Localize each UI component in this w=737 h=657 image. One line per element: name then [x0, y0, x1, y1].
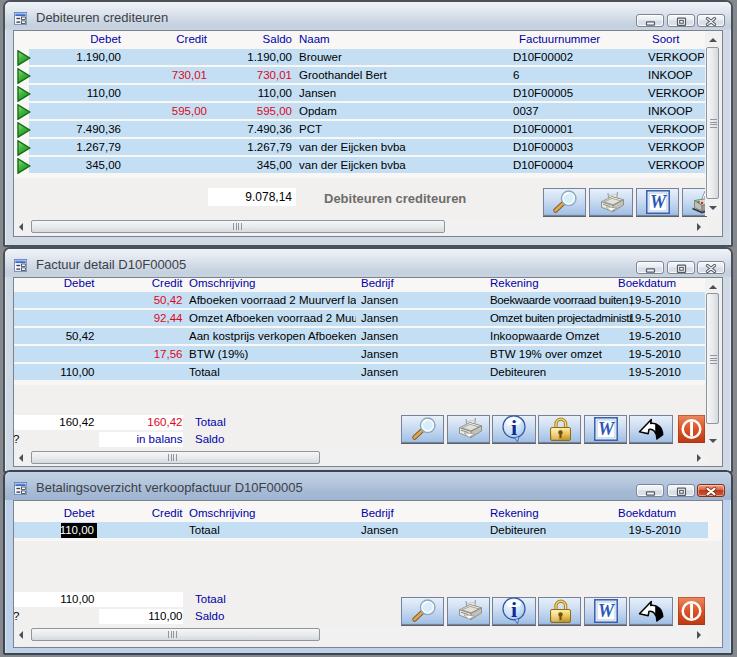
svg-text:i: i: [511, 415, 517, 440]
svg-text:W: W: [598, 601, 616, 621]
svg-text:W: W: [650, 192, 668, 212]
svg-text:i: i: [511, 597, 517, 622]
svg-text:W: W: [598, 419, 616, 439]
